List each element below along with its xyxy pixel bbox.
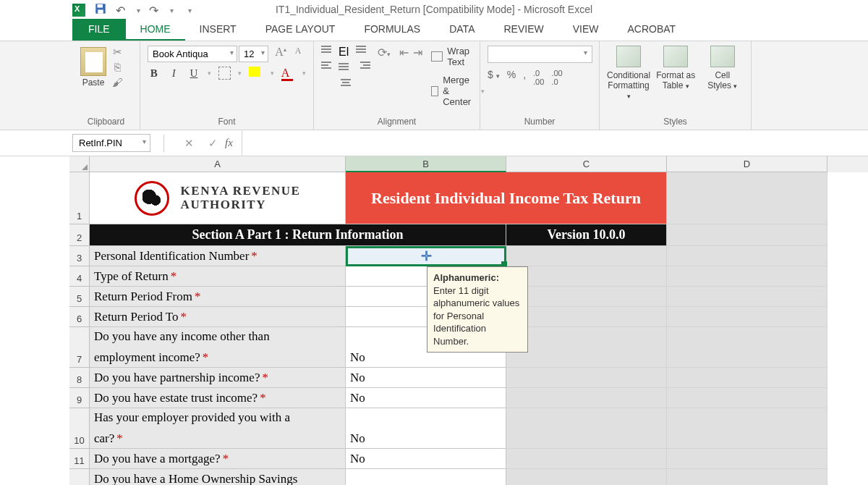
cell-d6[interactable] <box>667 307 827 327</box>
cut-icon[interactable]: ✂ <box>110 46 124 59</box>
row-header-8[interactable]: 8 <box>69 368 90 388</box>
cancel-formula-icon[interactable]: ✕ <box>184 137 194 150</box>
col-header-a[interactable]: A <box>90 156 346 172</box>
format-as-table-button[interactable]: Format asTable ▾ <box>655 46 697 101</box>
label-pin[interactable]: Personal Identification Number* <box>90 246 346 266</box>
input-pin[interactable]: ✛ <box>346 246 506 266</box>
tab-formulas[interactable]: FORMULAS <box>349 19 435 41</box>
cell-d2[interactable] <box>667 224 827 246</box>
row-header-2[interactable]: 2 <box>69 224 90 246</box>
cell-c3[interactable] <box>506 246 667 266</box>
tab-data[interactable]: DATA <box>435 19 489 41</box>
input-mortgage[interactable]: No <box>346 449 506 469</box>
undo-more-icon[interactable]: ▾ <box>137 7 140 14</box>
name-box[interactable]: RetInf.PIN <box>72 134 150 152</box>
tab-insert[interactable]: INSERT <box>185 19 251 41</box>
cell-d11[interactable] <box>667 449 827 469</box>
label-period-from[interactable]: Return Period From* <box>90 287 346 307</box>
cell-d3[interactable] <box>667 246 827 266</box>
tab-pagelayout[interactable]: PAGE LAYOUT <box>251 19 350 41</box>
merge-center-button[interactable]: Merge & Center ▾ <box>431 75 485 107</box>
fx-icon[interactable]: fx <box>225 137 233 149</box>
cell-d7[interactable] <box>667 327 827 368</box>
save-icon[interactable] <box>94 2 107 18</box>
italic-button[interactable]: I <box>168 67 181 80</box>
input-partnership-income[interactable]: No <box>346 368 506 388</box>
input-employer-car[interactable]: No <box>346 408 506 449</box>
number-format-select[interactable] <box>488 46 592 63</box>
paste-button[interactable]: Paste <box>80 46 107 89</box>
row-header-12[interactable] <box>69 469 90 485</box>
align-bottom-icon[interactable] <box>356 46 370 57</box>
font-color-button[interactable]: A <box>281 67 295 80</box>
row-header-5[interactable]: 5 <box>69 287 90 307</box>
label-mortgage[interactable]: Do you have a mortgage?* <box>90 449 346 469</box>
cell-d4[interactable] <box>667 266 827 287</box>
decrease-decimal-icon[interactable]: .00.0 <box>551 69 562 86</box>
label-estate-trust-income[interactable]: Do you have estate trust income?* <box>90 388 346 408</box>
cell-c4[interactable] <box>506 266 667 287</box>
redo-icon[interactable]: ↷ <box>149 4 158 17</box>
cell-d10[interactable] <box>667 408 827 449</box>
col-header-d[interactable]: D <box>667 156 827 172</box>
align-top-icon[interactable] <box>321 46 336 57</box>
row-header-1[interactable]: 1 <box>69 172 90 224</box>
input-estate-trust-income[interactable]: No <box>346 388 506 408</box>
logo-cell[interactable]: KENYA REVENUEAUTHORITY <box>90 172 346 224</box>
row-header-4[interactable]: 4 <box>69 266 90 287</box>
orientation-icon[interactable]: ⟳▾ <box>378 46 391 59</box>
grow-font-icon[interactable]: A▴ <box>273 46 289 62</box>
fontcolor-more-icon[interactable]: ▾ <box>302 69 306 77</box>
col-header-c[interactable]: C <box>506 156 667 172</box>
label-other-income[interactable]: Do you have any income other thanemploym… <box>90 327 346 368</box>
borders-button[interactable] <box>218 67 231 80</box>
accounting-format-icon[interactable]: $ ▾ <box>488 69 500 86</box>
cell-c9[interactable] <box>506 388 667 408</box>
cell-c7[interactable] <box>506 327 667 368</box>
cell-c6[interactable] <box>506 307 667 327</box>
font-name-select[interactable]: Book Antiqua <box>148 46 237 62</box>
cell-d1[interactable] <box>667 172 827 224</box>
row-header-11[interactable]: 11 <box>69 449 90 469</box>
wrap-text-button[interactable]: Wrap Text <box>431 46 485 67</box>
label-type-return[interactable]: Type of Return* <box>90 266 346 287</box>
cell-c12[interactable] <box>506 469 667 485</box>
fill-more-icon[interactable]: ▾ <box>271 69 274 77</box>
borders-more-icon[interactable]: ▾ <box>238 69 242 77</box>
fill-color-button[interactable] <box>249 67 263 80</box>
font-size-select[interactable]: 12 <box>239 46 268 62</box>
cell-c5[interactable] <box>506 287 667 307</box>
section-header-cell[interactable]: Section A Part 1 : Return Information <box>90 224 506 246</box>
align-center-icon[interactable] <box>339 79 353 90</box>
cell-d12[interactable] <box>667 469 827 485</box>
copy-icon[interactable]: ⎘ <box>110 61 124 74</box>
tab-view[interactable]: VIEW <box>558 19 613 41</box>
increase-decimal-icon[interactable]: .0.00 <box>533 69 544 86</box>
row-header-6[interactable]: 6 <box>69 307 90 327</box>
underline-more-icon[interactable]: ▾ <box>208 69 211 77</box>
bold-button[interactable]: B <box>148 67 161 80</box>
row-header-3[interactable]: 3 <box>69 246 90 266</box>
input-home-ownership-savings[interactable] <box>346 469 506 485</box>
increase-indent-icon[interactable]: ⇥ <box>413 46 422 107</box>
align-right-icon[interactable] <box>356 62 370 73</box>
col-header-b[interactable]: B <box>346 156 506 172</box>
label-partnership-income[interactable]: Do you have partnership income?* <box>90 368 346 388</box>
underline-button[interactable]: U <box>187 67 200 80</box>
select-all-corner[interactable] <box>69 156 90 172</box>
undo-icon[interactable]: ↶ <box>116 4 125 17</box>
tab-review[interactable]: REVIEW <box>489 19 558 41</box>
cell-styles-button[interactable]: CellStyles ▾ <box>702 46 744 101</box>
enter-formula-icon[interactable]: ✓ <box>208 137 218 150</box>
align-left-icon[interactable] <box>321 62 336 73</box>
conditional-formatting-button[interactable]: ConditionalFormatting ▾ <box>607 46 650 101</box>
version-cell[interactable]: Version 10.0.0 <box>506 224 667 246</box>
decrease-indent-icon[interactable]: ⇤ <box>399 46 409 107</box>
cell-d8[interactable] <box>667 368 827 388</box>
cell-d5[interactable] <box>667 287 827 307</box>
cell-c8[interactable] <box>506 368 667 388</box>
label-employer-car[interactable]: Has your employer provided you with acar… <box>90 408 346 449</box>
format-painter-icon[interactable]: 🖌 <box>110 76 124 89</box>
return-title-cell[interactable]: Resident Individual Income Tax Return <box>346 172 667 224</box>
comma-format-icon[interactable]: , <box>523 69 526 86</box>
